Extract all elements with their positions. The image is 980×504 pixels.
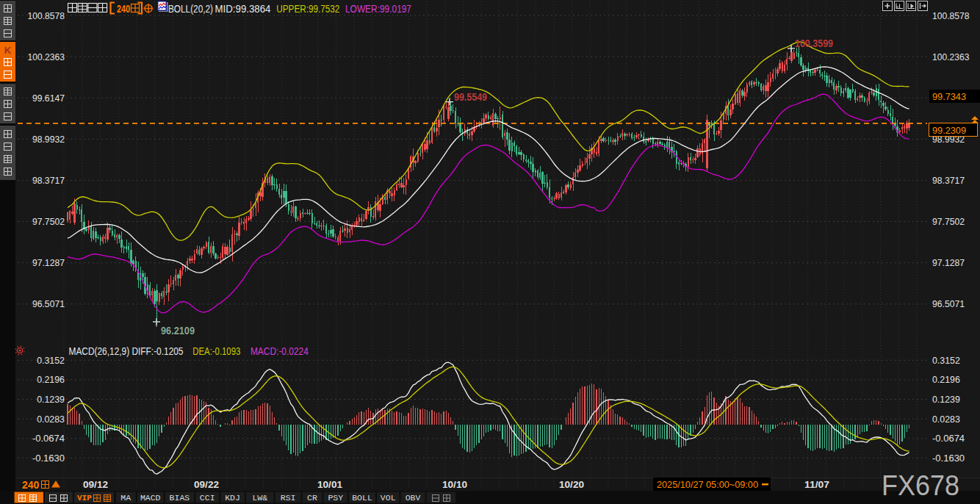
svg-text:2025/10/27 05:00~09:00: 2025/10/27 05:00~09:00 bbox=[657, 479, 758, 490]
svg-text:OBV: OBV bbox=[406, 493, 421, 503]
svg-text:99.5549: 99.5549 bbox=[454, 91, 487, 103]
svg-text:100.2363: 100.2363 bbox=[28, 51, 65, 62]
svg-text:0.1239: 0.1239 bbox=[932, 394, 960, 405]
svg-text:98.3717: 98.3717 bbox=[32, 175, 65, 186]
svg-text:VOL: VOL bbox=[381, 493, 396, 503]
svg-text:97.1287: 97.1287 bbox=[932, 257, 965, 268]
svg-text:0.2196: 0.2196 bbox=[37, 374, 65, 385]
svg-text:BIAS: BIAS bbox=[170, 493, 190, 503]
svg-text:100.3599: 100.3599 bbox=[795, 37, 833, 49]
svg-text:10/20: 10/20 bbox=[559, 479, 584, 490]
svg-text:-0.0674: -0.0674 bbox=[932, 433, 965, 444]
svg-text:BOLL(20,2): BOLL(20,2) bbox=[168, 2, 213, 15]
svg-text:MACD:-0.0224: MACD:-0.0224 bbox=[251, 345, 309, 357]
svg-text:K: K bbox=[4, 45, 12, 56]
svg-text:0.3152: 0.3152 bbox=[932, 355, 960, 366]
svg-text:MID:99.3864: MID:99.3864 bbox=[215, 2, 271, 15]
svg-text:99.2309: 99.2309 bbox=[932, 125, 966, 136]
svg-text:240: 240 bbox=[117, 2, 130, 15]
svg-text:0.1239: 0.1239 bbox=[37, 394, 65, 405]
svg-text:KDJ: KDJ bbox=[225, 493, 240, 503]
svg-text:-0.1630: -0.1630 bbox=[932, 453, 965, 464]
svg-text:-0.0674: -0.0674 bbox=[32, 433, 65, 444]
svg-text:MACD: MACD bbox=[140, 493, 161, 503]
svg-text:100.8578: 100.8578 bbox=[932, 10, 969, 21]
svg-text:11/07: 11/07 bbox=[804, 479, 829, 490]
svg-text:96.2109: 96.2109 bbox=[161, 325, 195, 336]
svg-text:240: 240 bbox=[22, 479, 40, 491]
svg-text:09/22: 09/22 bbox=[194, 479, 219, 490]
svg-text:LW&: LW& bbox=[252, 493, 267, 503]
svg-text:DEA:-0.1093: DEA:-0.1093 bbox=[192, 345, 240, 357]
svg-text:98.3717: 98.3717 bbox=[932, 175, 965, 186]
svg-text:MA: MA bbox=[120, 493, 131, 503]
svg-text:10/10: 10/10 bbox=[442, 479, 467, 490]
svg-text:10/01: 10/01 bbox=[317, 479, 342, 490]
svg-text:96.5071: 96.5071 bbox=[932, 298, 965, 309]
svg-text:100.2363: 100.2363 bbox=[932, 51, 969, 62]
svg-text:MACD(26,12,9) DIFF:-0.1205: MACD(26,12,9) DIFF:-0.1205 bbox=[69, 345, 184, 357]
svg-text:CR: CR bbox=[307, 493, 317, 503]
svg-text:97.7502: 97.7502 bbox=[932, 216, 965, 227]
svg-text:98.9932: 98.9932 bbox=[32, 134, 65, 145]
svg-text:-0.1630: -0.1630 bbox=[32, 453, 65, 464]
svg-text:RSI: RSI bbox=[281, 493, 296, 503]
svg-text:LOWER:99.0197: LOWER:99.0197 bbox=[345, 2, 411, 15]
svg-text:0.0283: 0.0283 bbox=[37, 414, 65, 425]
svg-text:99.7343: 99.7343 bbox=[932, 91, 966, 102]
svg-text:PSY: PSY bbox=[328, 493, 343, 503]
svg-text:BOLL: BOLL bbox=[352, 493, 372, 503]
svg-text:FX678: FX678 bbox=[882, 470, 959, 501]
svg-text:VIP: VIP bbox=[77, 494, 92, 503]
svg-text:97.1287: 97.1287 bbox=[32, 257, 65, 268]
svg-text:CCI: CCI bbox=[200, 493, 215, 503]
svg-text:0.2196: 0.2196 bbox=[932, 374, 960, 385]
svg-text:96.5071: 96.5071 bbox=[32, 298, 65, 309]
svg-text:09/12: 09/12 bbox=[83, 479, 108, 490]
svg-text:100.8578: 100.8578 bbox=[28, 10, 65, 21]
svg-text:99.6147: 99.6147 bbox=[32, 93, 65, 104]
svg-text:0.0283: 0.0283 bbox=[932, 414, 960, 425]
svg-text:97.7502: 97.7502 bbox=[32, 216, 65, 227]
svg-text:UPPER:99.7532: UPPER:99.7532 bbox=[276, 2, 339, 15]
svg-text:0.3152: 0.3152 bbox=[37, 355, 65, 366]
